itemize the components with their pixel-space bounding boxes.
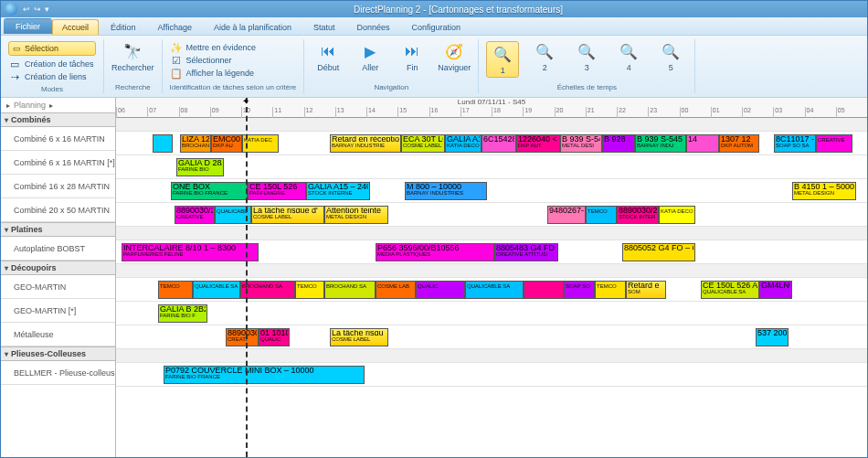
tab-edition[interactable]: Édition	[101, 19, 146, 35]
gantt-task[interactable]: P0792 COUVERCLE MINI BOX – 10000FARINE B…	[164, 366, 365, 384]
resource-row[interactable]: Combiné 16 x 28 MARTIN	[1, 175, 115, 198]
gantt-task[interactable]: 8890030/2CREATIVE	[175, 206, 215, 224]
resource-row[interactable]: Métalleuse	[1, 323, 115, 346]
tab-aide[interactable]: Aide à la planification	[204, 19, 302, 35]
resource-row[interactable]: GEO-MARTIN	[1, 275, 115, 299]
gantt-task[interactable]: 8890030/2 4STOCK INTER	[617, 206, 659, 224]
resource-row[interactable]: Combiné 6 x 16 MARTIN	[1, 127, 115, 151]
gantt-task[interactable]: ONE BOXFARINE BIO FRANCE	[171, 182, 248, 200]
sidebar-group-header[interactable]: ▾Combinés	[1, 112, 115, 127]
scale-5-button[interactable]: 🔍5	[654, 41, 687, 72]
gantt-lane[interactable]: INTERCALAIRE 8/10 1 – 8300PARFUMERIES FE…	[116, 240, 867, 264]
gantt-lane[interactable]: ONE BOXFARINE BIO FRANCECE 150L 526PARFU…	[116, 179, 867, 203]
scale-2-button[interactable]: 🔍2	[528, 41, 561, 72]
quick-access-toolbar[interactable]: ↩↪▾	[23, 5, 53, 14]
mode-create-task-button[interactable]: ▭Création de tâches	[8, 58, 96, 70]
resource-row[interactable]: Combiné 6 x 16 MARTIN [*]	[1, 151, 115, 175]
gantt-task[interactable]: GALIA B 2B2CFARINE BIO F	[158, 304, 207, 323]
nav-goto-button[interactable]: ▶Aller	[354, 41, 386, 72]
tab-affichage[interactable]: Affichage	[148, 19, 202, 35]
nav-end-button[interactable]: ⏭Fin	[396, 41, 429, 72]
gantt-task[interactable]: P656 3596/00/B10556MEDIA PLASTIQUES	[376, 243, 494, 261]
gantt-task[interactable]: KATIA DEC	[242, 134, 279, 153]
tab-configuration[interactable]: Configuration	[402, 19, 471, 35]
gantt-task[interactable]: 8805483 G4 FDCREATIVE ATTITUD	[494, 243, 558, 261]
gantt-task[interactable]: 537 200	[756, 328, 789, 346]
scale-4-button[interactable]: 🔍4	[612, 41, 645, 72]
gantt-task[interactable]: M 800 – 10000BARNAY INDUSTRIES	[405, 182, 487, 200]
gantt-task[interactable]: CE 150L 526 ACQUALICABLE SA	[701, 281, 759, 299]
gantt-task[interactable]: QUALIC	[416, 281, 465, 299]
gantt-task[interactable]: GM4LNU	[759, 281, 792, 299]
gantt-lane[interactable]: LIZA 12BROCHANEMC0009DKP AUKATIA DECReta…	[116, 132, 867, 155]
gantt-task[interactable]: LIZA 12BROCHAN	[180, 134, 211, 153]
gantt-lane[interactable]: TEMCOQUALICABLE SABROCHAND SATEMCOBROCHA…	[116, 278, 867, 302]
gantt-task[interactable]: INTERCALAIRE 8/10 1 – 8300PARFUMERIES FE…	[122, 243, 259, 261]
show-legend-button[interactable]: 📋Afficher la légende	[170, 67, 297, 80]
gantt-task[interactable]: La tâche risquCOSME LABEL	[330, 328, 388, 346]
search-button[interactable]: 🔭Rechercher	[111, 41, 154, 72]
gantt-task[interactable]: COSME LAB	[376, 281, 416, 299]
gantt-task[interactable]: QUALICABLE SA	[465, 281, 524, 299]
gantt-task[interactable]: TEMCO	[595, 281, 626, 299]
resource-row[interactable]: Combiné 20 x 50 MARTIN	[1, 198, 115, 222]
nav-start-button[interactable]: ⏮Début	[312, 41, 344, 72]
gantt-task[interactable]	[524, 281, 564, 299]
sidebar-group-header[interactable]: ▾Plieuses-Colleuses	[1, 346, 115, 361]
gantt-task[interactable]: 8C11017 - 14SOAP SO SA	[774, 134, 816, 153]
gantt-task[interactable]	[153, 134, 173, 153]
gantt-task[interactable]: Attention teinteMETAL DESIGN	[324, 206, 388, 224]
gantt-task[interactable]: 14	[686, 134, 719, 153]
gantt-task[interactable]: QUALICABLE SA	[193, 281, 240, 299]
gantt-task[interactable]: B 939 S-545 BBARNAY INDU	[635, 134, 686, 153]
gantt-task[interactable]: 6C15428	[482, 134, 516, 153]
gantt-task[interactable]: La tâche risque d'COSME LABEL	[251, 206, 324, 224]
gantt-lane[interactable]: P0792 COUVERCLE MINI BOX – 10000FARINE B…	[116, 363, 867, 387]
gantt-task[interactable]: 8805052 G4 FO – 6300	[622, 243, 695, 261]
tab-fichier[interactable]: Fichier	[4, 18, 52, 34]
gantt-lane[interactable]: GALIA D 28/2FARINE BIO	[116, 155, 867, 179]
gantt-task[interactable]: GALIA A15 – 2400STOCK INTERNE	[306, 182, 370, 200]
gantt-task[interactable]: KATIA DECO	[659, 206, 695, 224]
gantt-task[interactable]: GALIA D 28/2FARINE BIO	[176, 158, 224, 176]
gantt-task[interactable]: Retard en réceptionBARNAY INDUSTRIE	[330, 134, 401, 153]
gantt-task[interactable]: B 928	[602, 134, 635, 153]
gantt-task[interactable]: TEMCO	[158, 281, 193, 299]
gantt-timeline[interactable]: Lundi 07/11/11 - S45 0607080910111213141…	[116, 98, 867, 457]
tab-donnees[interactable]: Données	[347, 19, 400, 35]
gantt-task[interactable]: GALIA A16KATIA DECO	[445, 134, 482, 153]
gantt-task[interactable]: TEMCO	[586, 206, 617, 224]
gantt-task[interactable]: TEMCO	[295, 281, 324, 299]
tab-accueil[interactable]: Accueil	[52, 19, 99, 35]
select-by-criteria-button[interactable]: ☑Sélectionner	[170, 54, 297, 67]
resource-row[interactable]: GEO-MARTIN [*]	[1, 299, 115, 323]
sidebar-group-header[interactable]: ▾Platines	[1, 222, 115, 237]
resource-row[interactable]: Autoplatine BOBST	[1, 237, 115, 261]
app-orb-icon[interactable]	[5, 3, 17, 16]
gantt-task[interactable]: B 4150 1 – 5000METAL DESIGN	[792, 182, 856, 200]
highlight-button[interactable]: ✨Mettre en évidence	[170, 41, 297, 54]
nav-navigate-button[interactable]: 🧭Naviguer	[438, 41, 471, 72]
scale-1-button[interactable]: 🔍1	[486, 41, 519, 78]
gantt-task[interactable]: 1226040 < 1DKP AUT	[516, 134, 560, 153]
gantt-lane[interactable]: 8890030/2CREATIVEQUALICABLLa tâche risqu…	[116, 203, 867, 227]
gantt-task[interactable]: ECA 30T LOGO LCCOSME LABEL	[401, 134, 445, 153]
gantt-lane[interactable]: 8890030CREATI01 1010QUALICLa tâche risqu…	[116, 325, 867, 349]
sidebar-group-header[interactable]: ▾Découpoirs	[1, 261, 115, 275]
gantt-task[interactable]: BROCHAND SA	[324, 281, 376, 299]
mode-selection-button[interactable]: ▭Sélection	[8, 41, 96, 56]
resource-row[interactable]: BELLMER - Plieuse-colleuse	[1, 361, 115, 385]
resource-sidebar[interactable]: ▸Planning▸ ▾CombinésCombiné 6 x 16 MARTI…	[1, 98, 116, 457]
gantt-task[interactable]: EMC0009DKP AU	[211, 134, 242, 153]
gantt-task[interactable]: CREATIVE	[816, 134, 852, 153]
gantt-task[interactable]: 1307 12DKP AUTOM	[719, 134, 759, 153]
gantt-task[interactable]: B 939 S-545 BMETAL DESI	[560, 134, 602, 153]
gantt-task[interactable]: 01 1010QUALIC	[259, 328, 290, 346]
gantt-task[interactable]: 8890030CREATI	[226, 328, 259, 346]
gantt-task[interactable]: BROCHAND SA	[240, 281, 295, 299]
mode-create-link-button[interactable]: ⇢Création de liens	[8, 70, 96, 83]
gantt-task[interactable]: 9480267-2	[547, 206, 586, 224]
gantt-task[interactable]: SOAP SO	[564, 281, 595, 299]
scale-3-button[interactable]: 🔍3	[570, 41, 603, 72]
gantt-task[interactable]: Retard eSOM	[626, 281, 666, 299]
